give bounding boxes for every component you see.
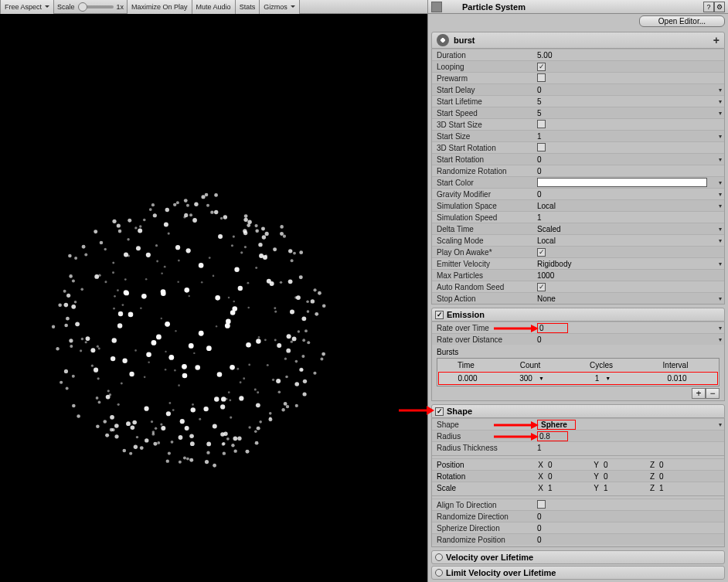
radius-field[interactable]: 0.8 xyxy=(537,431,568,441)
shape-dropdown-arrow[interactable]: ▾ xyxy=(716,421,724,428)
scaling-mode-arrow[interactable]: ▾ xyxy=(716,237,724,244)
svg-point-46 xyxy=(70,345,73,348)
stats-button[interactable]: Stats xyxy=(236,0,260,14)
gravity-modifier-field[interactable]: 0 xyxy=(534,190,716,199)
start-rotation-field[interactable]: 0 xyxy=(534,155,716,164)
delta-time-label: Delta Time xyxy=(432,225,534,233)
scale-z-field[interactable]: 1 xyxy=(656,484,701,492)
svg-point-135 xyxy=(124,253,128,257)
limit-velocity-over-lifetime-toggle[interactable] xyxy=(435,569,443,577)
add-icon[interactable]: + xyxy=(713,34,719,46)
start-size-mode[interactable]: ▾ xyxy=(716,133,724,140)
randomize-rotation-field[interactable]: 0 xyxy=(534,167,724,175)
scale-x-field[interactable]: 1 xyxy=(545,484,590,492)
randomize-position-field[interactable]: 0 xyxy=(534,536,724,544)
svg-point-60 xyxy=(182,373,188,379)
aspect-dropdown[interactable]: Free Aspect xyxy=(1,0,54,14)
svg-point-142 xyxy=(214,397,219,401)
svg-point-85 xyxy=(80,288,83,291)
3d-start-size-checkbox[interactable] xyxy=(537,120,546,128)
svg-point-74 xyxy=(81,338,83,340)
svg-point-122 xyxy=(72,280,75,283)
scale-y-field[interactable]: 1 xyxy=(600,484,645,492)
svg-point-78 xyxy=(189,213,192,216)
stop-action-arrow[interactable]: ▾ xyxy=(716,295,724,302)
rotation-z-field[interactable]: 0 xyxy=(656,472,701,481)
start-lifetime-field[interactable]: 5 xyxy=(534,97,716,106)
simulation-speed-field[interactable]: 1 xyxy=(534,213,724,222)
start-color-mode[interactable]: ▾ xyxy=(716,179,724,186)
rate-over-distance-field[interactable]: 0 xyxy=(534,335,716,344)
svg-point-128 xyxy=(313,288,316,291)
start-delay-field[interactable]: 0 xyxy=(534,86,716,94)
mute-audio-button[interactable]: Mute Audio xyxy=(192,0,236,14)
gear-icon[interactable]: ⚙ xyxy=(714,2,725,12)
stop-action-dropdown[interactable]: None xyxy=(534,294,716,303)
svg-point-116 xyxy=(278,391,281,394)
svg-point-53 xyxy=(256,339,260,343)
start-speed-mode[interactable]: ▾ xyxy=(716,110,724,117)
delta-time-dropdown[interactable]: Scaled xyxy=(534,225,716,233)
randomize-direction-field[interactable]: 0 xyxy=(534,512,724,521)
auto-random-seed-checkbox[interactable] xyxy=(537,283,546,291)
start-delay-mode[interactable]: ▾ xyxy=(716,87,724,94)
rate-over-distance-mode[interactable]: ▾ xyxy=(716,336,724,343)
scaling-mode-dropdown[interactable]: Local xyxy=(534,237,716,245)
svg-point-194 xyxy=(156,260,158,263)
duration-field[interactable]: 5.00 xyxy=(534,51,724,60)
svg-point-145 xyxy=(311,299,315,303)
start-lifetime-mode[interactable]: ▾ xyxy=(716,98,724,105)
svg-point-287 xyxy=(233,301,235,303)
emission-header[interactable]: Emission xyxy=(431,308,725,322)
burst-cycles-field[interactable]: 1▼ xyxy=(567,374,638,383)
emitter-velocity-arrow[interactable]: ▾ xyxy=(716,260,724,267)
prewarm-checkbox[interactable] xyxy=(537,73,546,82)
delta-time-arrow[interactable]: ▾ xyxy=(716,226,724,233)
radius-thickness-field[interactable]: 1 xyxy=(534,444,724,452)
gizmos-dropdown[interactable]: Gizmos xyxy=(260,0,300,14)
bursts-row[interactable]: 0.000 300▼ 1▼ 0.010 xyxy=(438,372,718,385)
svg-point-93 xyxy=(160,423,162,425)
burst-interval-field[interactable]: 0.010 xyxy=(638,374,716,383)
rate-over-time-field[interactable]: 0 xyxy=(537,323,568,333)
rotation-x-field[interactable]: 0 xyxy=(545,472,590,481)
burst-count-field[interactable]: 300▼ xyxy=(496,374,567,383)
help-icon[interactable]: ? xyxy=(703,2,714,12)
velocity-over-lifetime-header[interactable]: Velocity over Lifetime xyxy=(431,550,725,564)
position-x-field[interactable]: 0 xyxy=(545,461,590,469)
burst-remove-button[interactable]: − xyxy=(706,388,719,399)
limit-velocity-over-lifetime-header[interactable]: Limit Velocity over Lifetime xyxy=(431,566,725,580)
align-to-direction-checkbox[interactable] xyxy=(537,500,546,509)
start-speed-field[interactable]: 5 xyxy=(534,109,716,117)
start-size-field[interactable]: 1 xyxy=(534,132,716,141)
position-y-field[interactable]: 0 xyxy=(600,461,645,469)
component-title-row[interactable]: burst + xyxy=(431,32,725,49)
play-on-awake-label: Play On Awake* xyxy=(432,248,534,257)
svg-point-146 xyxy=(141,294,147,299)
svg-point-302 xyxy=(258,243,262,247)
scale-slider[interactable] xyxy=(78,5,114,9)
shape-enabled-checkbox[interactable] xyxy=(435,407,444,416)
burst-add-button[interactable]: + xyxy=(692,388,706,399)
start-rotation-mode[interactable]: ▾ xyxy=(716,156,724,163)
3d-start-rotation-checkbox[interactable] xyxy=(537,143,546,151)
position-z-field[interactable]: 0 xyxy=(656,461,701,469)
simulation-space-dropdown[interactable]: Local xyxy=(534,202,716,210)
velocity-over-lifetime-toggle[interactable] xyxy=(435,553,443,561)
simulation-space-arrow[interactable]: ▾ xyxy=(716,203,724,209)
spherize-direction-field[interactable]: 0 xyxy=(534,524,724,533)
play-on-awake-checkbox[interactable] xyxy=(537,248,546,257)
rotation-y-field[interactable]: 0 xyxy=(600,472,645,481)
emitter-velocity-dropdown[interactable]: Rigidbody xyxy=(534,260,716,268)
max-particles-field[interactable]: 1000 xyxy=(534,271,724,280)
open-editor-button[interactable]: Open Editor... xyxy=(639,15,725,27)
burst-time-field[interactable]: 0.000 xyxy=(439,374,496,383)
maximize-on-play-button[interactable]: Maximize On Play xyxy=(128,0,192,14)
looping-checkbox[interactable] xyxy=(537,63,546,71)
shape-header[interactable]: Shape xyxy=(431,404,725,418)
rate-over-time-mode[interactable]: ▾ xyxy=(716,325,724,332)
start-color-swatch[interactable] xyxy=(537,178,707,187)
shape-dropdown[interactable]: Sphere xyxy=(537,420,576,430)
gravity-modifier-mode[interactable]: ▾ xyxy=(716,191,724,198)
emission-enabled-checkbox[interactable] xyxy=(435,311,444,319)
